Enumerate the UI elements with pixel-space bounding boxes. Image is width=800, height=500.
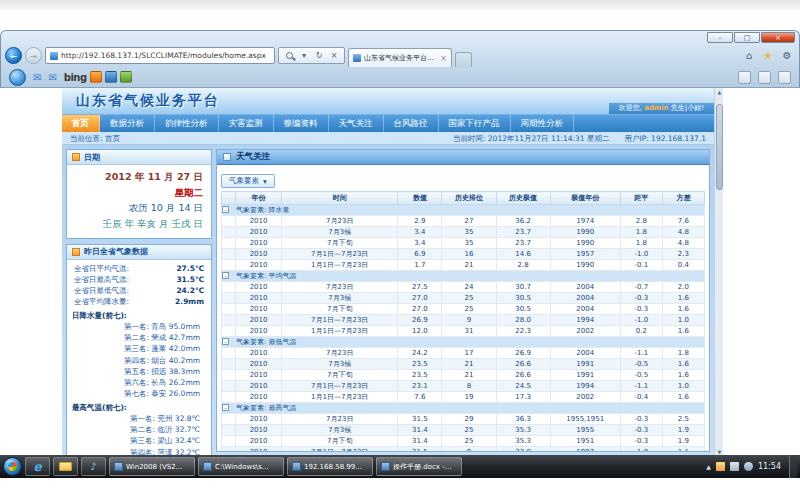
cell: 7月下旬 xyxy=(282,238,398,249)
search-icon[interactable] xyxy=(282,49,296,62)
favorites-icon[interactable]: ★ xyxy=(760,48,776,64)
calendar-icon xyxy=(72,153,80,161)
row-lead-cell xyxy=(222,227,236,238)
pinned-internet-explorer-icon[interactable]: e xyxy=(25,457,50,476)
taskbar-button-3[interactable]: 192.168.58.99... xyxy=(287,457,373,476)
weather-focus-header: 天气关注 xyxy=(217,150,709,165)
minimize-button[interactable]: – xyxy=(707,32,733,43)
nav-item-7[interactable]: 台风路径 xyxy=(384,115,439,132)
cell: 1.6 xyxy=(662,359,704,370)
calendar-panel: 日期 2012 年 11 月 27 日 星期二 农历 10 月 14 日 壬辰 … xyxy=(66,149,212,239)
cell: 4.8 xyxy=(662,238,704,249)
stat-label: 全省日平均气温: xyxy=(74,263,129,274)
bing-logo[interactable]: bing xyxy=(64,72,87,83)
cell: 25 xyxy=(442,436,496,447)
tab-close-icon[interactable]: × xyxy=(440,54,447,63)
nav-item-2[interactable]: 数据分析 xyxy=(100,115,155,132)
action-center-icon[interactable] xyxy=(716,462,725,471)
cell: 1.6 xyxy=(662,293,704,304)
address-bar[interactable]: http://192.168.137.1/SLCCLIMATE/modules/… xyxy=(45,47,275,64)
breadcrumb: 当前位置: 首页 xyxy=(70,132,120,144)
collapse-icon[interactable]: - xyxy=(222,206,229,213)
task-button-label: Win2008 (VS2... xyxy=(126,463,182,471)
taskbar-clock[interactable]: 11:54 xyxy=(758,463,781,471)
cell: 2002 xyxy=(550,326,620,337)
new-tab-button[interactable] xyxy=(455,52,472,67)
pinned-media-player-icon[interactable]: ♪ xyxy=(81,457,106,476)
collapse-icon[interactable]: - xyxy=(222,338,229,345)
taskbar-button-2[interactable]: C:\Windows\s... xyxy=(198,457,284,476)
section-row[interactable]: - 气象要素: 平均气温 xyxy=(222,271,705,282)
bing-search-icon[interactable] xyxy=(90,71,102,83)
cell: 26.6 xyxy=(496,359,550,370)
taskbar-button-4[interactable]: 操作手册.docx -... xyxy=(376,457,462,476)
home-icon[interactable]: ⌂ xyxy=(741,48,757,64)
rank-item: 第一名: 兖州 32.8℃ xyxy=(72,413,206,424)
table-row: 20107月23日24.21726.92004-1.11.8 xyxy=(222,348,705,359)
site-logo-icon[interactable] xyxy=(9,69,26,86)
yesterday-panel-header: 昨日全省气象数据 xyxy=(67,245,211,260)
status-text: 当前时间: 2012年11月27日 11:14:31 星期二 用户IP: 192… xyxy=(453,132,706,144)
nav-item-3[interactable]: 韵律性分析 xyxy=(155,115,219,132)
toolbar-app-icon-1[interactable] xyxy=(105,71,117,83)
pinned-explorer-folder-icon[interactable] xyxy=(53,457,78,476)
mail-icon[interactable]: ✉ xyxy=(33,72,41,83)
toolbar-app-icon-2[interactable] xyxy=(120,71,132,83)
collapse-icon[interactable]: - xyxy=(222,272,229,279)
volume-icon[interactable] xyxy=(744,462,753,471)
cell: 2010 xyxy=(236,260,282,271)
cell: 9 xyxy=(442,315,496,326)
cell: 36.3 xyxy=(496,414,550,425)
section-collapse-cell[interactable]: - xyxy=(222,337,236,348)
stat-line: 全省日最高气温:31.5℃ xyxy=(72,274,206,285)
cell: 1.6 xyxy=(662,326,704,337)
cell: 1951 xyxy=(550,436,620,447)
section-row[interactable]: - 气象要素: 最高气温 xyxy=(222,403,705,414)
nav-item-5[interactable]: 整编资料 xyxy=(274,115,329,132)
show-desktop-button[interactable] xyxy=(789,455,797,478)
element-filter-button[interactable]: 气象要素 ▾ xyxy=(221,174,275,188)
nav-item-6[interactable]: 天气关注 xyxy=(329,115,384,132)
close-button[interactable]: × xyxy=(761,32,795,43)
page-title: 山东省气候业务平台 xyxy=(76,92,220,110)
collapse-icon[interactable]: - xyxy=(222,404,229,411)
toolbar-tool-icon-1[interactable] xyxy=(738,71,751,84)
cell: 7月3候 xyxy=(282,227,398,238)
nav-item-9[interactable]: 周期性分析 xyxy=(511,115,575,132)
toolbar-tool-icon-3[interactable] xyxy=(778,71,791,84)
cell: 31.5 xyxy=(398,414,442,425)
scroll-up-icon[interactable]: ▲ xyxy=(715,88,724,97)
address-url[interactable]: http://192.168.137.1/SLCCLIMATE/modules/… xyxy=(61,51,266,60)
section-row[interactable]: - 气象要素: 最低气温 xyxy=(222,337,705,348)
cell: 1991 xyxy=(550,359,620,370)
refresh-icon[interactable]: ↻ xyxy=(312,49,326,62)
search-dropdown-icon[interactable]: ▾ xyxy=(297,49,311,62)
cell: 3.4 xyxy=(398,227,442,238)
cell: 0.4 xyxy=(662,260,704,271)
forward-button[interactable]: → xyxy=(25,47,42,64)
network-icon[interactable] xyxy=(730,462,739,471)
cell: 1.8 xyxy=(662,348,704,359)
maximize-button[interactable]: □ xyxy=(734,32,760,43)
cell: 17.3 xyxy=(496,392,550,403)
start-button[interactable] xyxy=(3,457,22,476)
cell: 2010 xyxy=(236,238,282,249)
toolbar-tool-icon-2[interactable] xyxy=(758,71,771,84)
browser-tab[interactable]: 山东省气候业务平台... × xyxy=(348,48,452,67)
section-row[interactable]: - 气象要素: 降水量 xyxy=(222,205,705,216)
stop-icon[interactable]: × xyxy=(327,49,341,62)
page-scrollbar[interactable]: ▲ ▼ xyxy=(714,88,723,457)
scrollbar-thumb[interactable] xyxy=(716,104,723,190)
mail-icon-2[interactable]: ✉ xyxy=(48,72,56,83)
section-collapse-cell[interactable]: - xyxy=(222,403,236,414)
tools-gear-icon[interactable]: ⚙ xyxy=(779,48,795,64)
nav-item-8[interactable]: 国家下行产品 xyxy=(439,115,511,132)
taskbar-button-1[interactable]: Win2008 (VS2... xyxy=(109,457,195,476)
internet-explorer-icon: e xyxy=(33,460,41,474)
back-button[interactable]: ← xyxy=(5,47,22,64)
nav-item-4[interactable]: 灾害监测 xyxy=(219,115,274,132)
section-collapse-cell[interactable]: - xyxy=(222,205,236,216)
tray-expand-icon[interactable]: ▲ xyxy=(706,463,711,470)
section-collapse-cell[interactable]: - xyxy=(222,271,236,282)
nav-item-1[interactable]: 首页 xyxy=(62,115,100,132)
